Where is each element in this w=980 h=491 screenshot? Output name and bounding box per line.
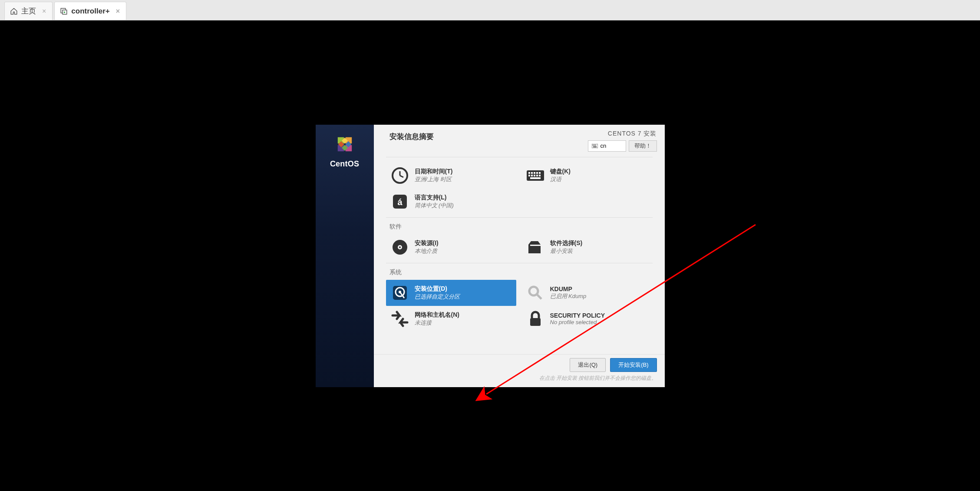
installer-window: CentOS 安装信息摘要 CENTOS 7 安装 cn 帮助！ [316,125,665,387]
spoke-software-selection[interactable]: 软件选择(S) 最小安装 [521,234,652,260]
tab-controller[interactable]: controller+ × [54,2,126,20]
spoke-title: 日期和时间(T) [415,168,453,176]
footer-hint: 在点击 开始安装 按钮前我们并不会操作您的磁盘。 [382,375,657,382]
spoke-title: SECURITY POLICY [550,312,605,319]
spoke-status: 简体中文 (中国) [415,202,454,209]
installer-main: 安装信息摘要 CENTOS 7 安装 cn 帮助！ [374,125,665,387]
spoke-status: 亚洲/上海 时区 [415,176,453,183]
installer-footer: 退出(Q) 开始安装(B) 在点击 开始安装 按钮前我们并不会操作您的磁盘。 [374,354,665,387]
category-localization: 日期和时间(T) 亚洲/上海 时区 键盘(K) 汉语 [386,157,653,215]
disc-icon [390,238,409,257]
svg-rect-24 [539,172,541,174]
tab-controller-label: controller+ [71,7,109,16]
svg-text:á: á [397,197,403,207]
brand-label: CentOS [330,159,359,169]
begin-install-button[interactable]: 开始安装(B) [610,358,657,372]
page-title: 安装信息摘要 [389,130,434,142]
network-icon [390,309,409,328]
svg-rect-28 [536,175,538,176]
close-icon[interactable]: × [116,7,120,15]
installer-header: 安装信息摘要 CENTOS 7 安装 cn 帮助！ [374,125,665,155]
spoke-install-destination[interactable]: 安装位置(D) 已选择自定义分区 [386,280,516,306]
tab-home-label: 主页 [21,6,36,16]
category-label: 系统 [389,267,653,278]
harddisk-icon [390,283,409,302]
keyboard-layout-indicator[interactable]: cn [588,140,626,152]
centos-logo-icon [333,133,356,156]
spoke-list: 日期和时间(T) 亚洲/上海 时区 键盘(K) 汉语 [374,155,665,354]
close-icon[interactable]: × [42,7,46,15]
svg-rect-21 [531,172,533,174]
spoke-status: 本地介质 [415,247,439,255]
spoke-status: 汉语 [550,176,571,183]
svg-rect-22 [534,172,535,174]
svg-rect-12 [593,145,594,146]
spoke-datetime[interactable]: 日期和时间(T) 亚洲/上海 时区 [386,163,516,189]
keyboard-icon [526,166,545,185]
category-software: 软件 安装源(I) 本地介质 [386,217,653,260]
svg-rect-26 [531,175,533,176]
lang-code: cn [601,143,607,149]
svg-rect-25 [528,175,530,176]
lock-icon [526,309,545,328]
spoke-status: No profile selected [550,319,605,325]
clock-icon [390,166,409,185]
search-icon [526,283,545,302]
svg-point-35 [399,246,401,248]
spoke-title: 安装位置(D) [415,285,460,293]
spoke-network[interactable]: 网络和主机名(N) 未连接 [386,306,516,332]
language-icon: á [390,192,409,211]
spoke-language[interactable]: á 语言支持(L) 简体中文 (中国) [386,189,516,215]
spoke-status: 未连接 [415,319,459,327]
svg-rect-29 [539,175,541,176]
keyboard-small-icon [592,144,598,148]
category-system: 系统 安装位置(D) 已选择自定义分区 [386,263,653,332]
help-button[interactable]: 帮助！ [629,140,657,152]
spoke-status: 已启用 Kdump [550,292,587,300]
spoke-title: 软件选择(S) [550,239,583,247]
vm-console: CentOS 安装信息摘要 CENTOS 7 安装 cn 帮助！ [0,20,980,491]
spoke-security-policy[interactable]: SECURITY POLICY No profile selected [521,306,652,332]
spoke-title: 安装源(I) [415,239,439,247]
svg-rect-20 [528,172,530,174]
svg-rect-43 [530,318,541,326]
spoke-title: 语言支持(L) [415,194,454,202]
spoke-kdump[interactable]: KDUMP 已启用 Kdump [521,280,652,306]
package-icon [526,238,545,257]
svg-rect-15 [593,146,597,147]
spoke-status: 最小安装 [550,247,583,255]
svg-rect-27 [534,175,535,176]
product-label: CENTOS 7 安装 [588,130,657,138]
category-label: 软件 [389,221,653,232]
svg-rect-14 [595,145,596,146]
svg-line-18 [400,176,403,177]
tab-home[interactable]: 主页 × [4,2,53,20]
svg-rect-11 [592,144,598,148]
svg-rect-13 [594,145,595,146]
spoke-title: 键盘(K) [550,168,571,176]
spoke-title: 网络和主机名(N) [415,311,459,319]
svg-rect-23 [536,172,538,174]
vm-icon [60,7,68,15]
spoke-keyboard[interactable]: 键盘(K) 汉语 [521,163,652,189]
installer-sidebar: CentOS [316,125,374,387]
svg-rect-30 [530,177,541,179]
home-icon [10,7,18,15]
svg-line-42 [537,294,541,299]
spoke-title: KDUMP [550,285,587,292]
spoke-status: 已选择自定义分区 [415,293,460,301]
tab-bar: 主页 × controller+ × [0,0,980,20]
quit-button[interactable]: 退出(Q) [570,358,606,372]
svg-rect-36 [530,245,542,246]
spoke-install-source[interactable]: 安装源(I) 本地介质 [386,234,516,260]
